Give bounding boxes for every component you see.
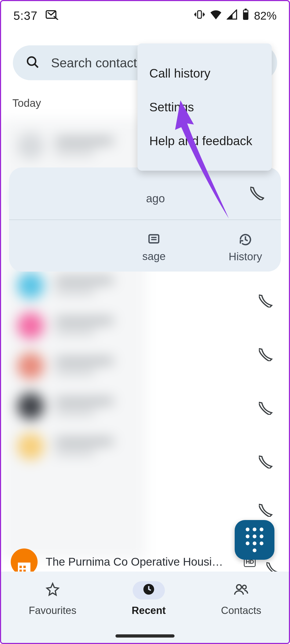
svg-rect-9 bbox=[23, 566, 26, 568]
history-action[interactable]: History bbox=[229, 233, 262, 263]
expanded-call-card: ago sage History bbox=[9, 167, 281, 272]
nav-recent-label: Recent bbox=[132, 605, 166, 616]
status-bar: 5:37 82% bbox=[1, 1, 289, 31]
clock-icon bbox=[142, 583, 155, 598]
gesture-nav-handle[interactable] bbox=[115, 634, 175, 638]
dialpad-icon bbox=[246, 528, 263, 552]
battery-percentage: 82% bbox=[254, 9, 277, 22]
call-button[interactable] bbox=[259, 401, 273, 416]
battery-icon bbox=[242, 9, 249, 23]
nav-favourites[interactable]: Favourites bbox=[29, 581, 76, 616]
nav-recent[interactable]: Recent bbox=[132, 581, 166, 616]
svg-point-13 bbox=[237, 585, 241, 590]
svg-rect-8 bbox=[20, 566, 22, 568]
call-button[interactable] bbox=[250, 186, 265, 201]
people-icon bbox=[234, 583, 249, 598]
svg-rect-6 bbox=[149, 235, 159, 243]
wifi-icon bbox=[210, 9, 222, 22]
message-action-label: sage bbox=[142, 250, 166, 262]
outlook-notification-icon bbox=[46, 9, 59, 23]
nav-contacts-label: Contacts bbox=[221, 605, 261, 616]
signal-icon bbox=[227, 9, 237, 22]
menu-item-help-feedback[interactable]: Help and feedback bbox=[137, 124, 272, 158]
overflow-menu: Call history Settings Help and feedback bbox=[137, 43, 272, 171]
history-action-label: History bbox=[229, 251, 262, 263]
dialpad-fab[interactable] bbox=[235, 520, 274, 560]
svg-rect-3 bbox=[245, 9, 247, 10]
contact-name: The Purnima Co Operative Housi… bbox=[46, 555, 236, 568]
svg-rect-4 bbox=[244, 10, 248, 12]
message-action[interactable]: sage bbox=[142, 233, 166, 262]
star-icon bbox=[46, 582, 60, 599]
bottom-navigation: Favourites Recent Contacts bbox=[1, 572, 289, 643]
phone-app-screen: 5:37 82% Search contacts a bbox=[0, 0, 290, 644]
nav-contacts[interactable]: Contacts bbox=[221, 581, 261, 616]
expanded-call-card-header[interactable]: ago bbox=[9, 167, 281, 220]
svg-rect-1 bbox=[198, 11, 201, 18]
call-button[interactable] bbox=[259, 455, 273, 470]
nav-favourites-label: Favourites bbox=[29, 605, 76, 616]
call-button[interactable] bbox=[259, 503, 273, 518]
vibrate-icon bbox=[194, 9, 205, 23]
section-header-today: Today bbox=[12, 97, 41, 109]
status-time: 5:37 bbox=[13, 9, 38, 23]
expanded-call-card-actions: sage History bbox=[9, 220, 281, 272]
call-button[interactable] bbox=[259, 347, 273, 362]
svg-point-14 bbox=[242, 585, 246, 589]
svg-point-5 bbox=[28, 57, 36, 65]
menu-item-settings[interactable]: Settings bbox=[137, 90, 272, 124]
search-icon bbox=[26, 55, 40, 70]
call-button[interactable] bbox=[259, 294, 273, 309]
call-time-suffix: ago bbox=[146, 192, 165, 205]
menu-item-call-history[interactable]: Call history bbox=[137, 56, 272, 90]
contact-avatar bbox=[11, 548, 38, 575]
